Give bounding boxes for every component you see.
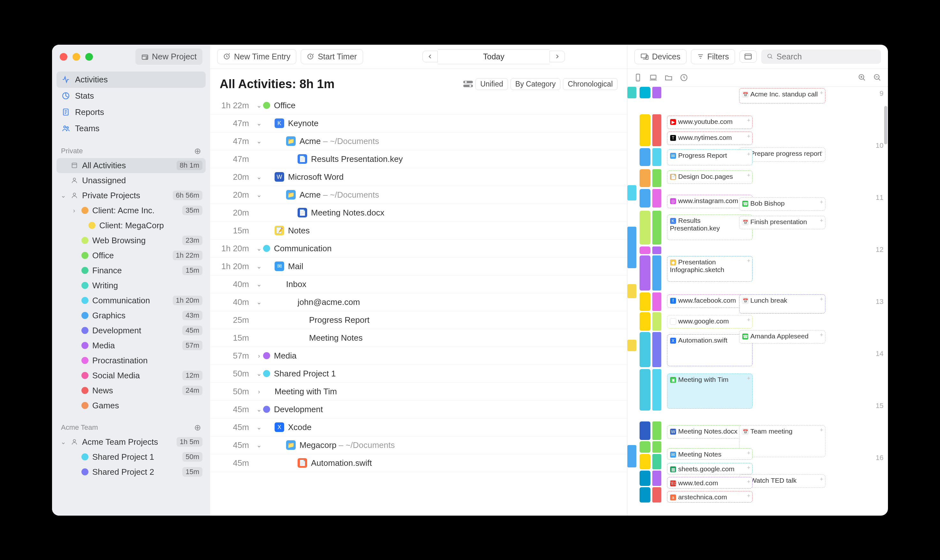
timeline-card-add-icon[interactable]: +: [747, 465, 750, 471]
activity-row[interactable]: 15m📝Notes: [210, 222, 627, 240]
timeline-card-add-icon[interactable]: +: [747, 317, 750, 323]
sidebar-item-unassigned[interactable]: Unassigned: [57, 173, 206, 188]
sidebar-item-acme-team-projects[interactable]: ⌄Acme Team Projects1h 5m: [57, 434, 206, 449]
zoom-out-icon[interactable]: [873, 74, 882, 82]
minimize-window-icon[interactable]: [72, 53, 80, 61]
sidebar-item-finance[interactable]: Finance15m: [57, 263, 206, 278]
search-input[interactable]: [777, 52, 875, 61]
sidebar-item-web-browsing[interactable]: Web Browsing23m: [57, 233, 206, 248]
timeline-card[interactable]: ☎Amanda Appleseed+: [739, 330, 825, 343]
activity-row[interactable]: 25mProgress Report: [210, 311, 627, 329]
expand-icon[interactable]: ›: [255, 388, 263, 395]
activity-row[interactable]: 45m⌄📁Megacorp – ~/Documents: [210, 437, 627, 454]
layout-button[interactable]: [740, 51, 757, 63]
timeline-card-add-icon[interactable]: +: [820, 90, 823, 97]
activity-row[interactable]: 1h 20m⌄Communication: [210, 240, 627, 258]
devices-button[interactable]: Devices: [634, 49, 686, 64]
expand-icon[interactable]: ⌄: [255, 102, 263, 109]
device-laptop-icon[interactable]: [649, 74, 657, 82]
activity-row[interactable]: 57m›Media: [210, 347, 627, 365]
timeline-card[interactable]: 📄Design Doc.pages+: [667, 171, 752, 184]
sidebar-item-development[interactable]: Development45m: [57, 323, 206, 338]
prev-day-button[interactable]: [422, 51, 438, 62]
timeline-card[interactable]: ▶www.youtube.com+: [667, 115, 752, 129]
sidebar-item-games[interactable]: Games: [57, 398, 206, 413]
seg-unified[interactable]: Unified: [475, 78, 508, 90]
timeline-card[interactable]: TEDwww.ted.com+: [667, 477, 752, 488]
date-label[interactable]: Today: [438, 49, 549, 64]
timeline-card[interactable]: Gwww.google.com+: [667, 315, 752, 329]
timeline-card-add-icon[interactable]: +: [820, 199, 823, 206]
activity-row[interactable]: 47m⌄KKeynote: [210, 115, 627, 132]
nav-activities[interactable]: Activities: [57, 72, 206, 88]
timeline-card-add-icon[interactable]: +: [747, 117, 750, 124]
expand-icon[interactable]: ⌄: [255, 441, 263, 449]
timeline-card-add-icon[interactable]: +: [820, 149, 823, 156]
expand-icon[interactable]: ⌄: [255, 262, 263, 270]
start-timer-button[interactable]: Start Timer: [301, 49, 363, 64]
timeline-card[interactable]: ◆Presentation Infographic.sketch+: [667, 256, 752, 282]
sidebar-item-client-mega[interactable]: Client: MegaCorp: [57, 218, 206, 233]
timeline-card-add-icon[interactable]: +: [747, 258, 750, 265]
activity-row[interactable]: 45m⌄Development: [210, 401, 627, 418]
nav-teams[interactable]: Teams: [57, 120, 206, 137]
timeline-card[interactable]: aarstechnica.com+: [667, 491, 752, 503]
new-time-entry-button[interactable]: New Time Entry: [217, 49, 296, 64]
timeline-card-add-icon[interactable]: +: [747, 375, 750, 382]
timeline-card-add-icon[interactable]: +: [820, 217, 823, 224]
timeline-card[interactable]: ✉Progress Report+: [667, 149, 752, 165]
timeline-card-add-icon[interactable]: +: [747, 478, 750, 485]
sidebar-item-office[interactable]: Office1h 22m: [57, 248, 206, 263]
activity-row[interactable]: 40m⌄Inbox: [210, 275, 627, 294]
activity-row[interactable]: 50m›Meeting with Tim: [210, 383, 627, 401]
activity-row[interactable]: 47m📄Results Presentation.key: [210, 150, 627, 168]
add-private-project-button[interactable]: ⊕: [194, 146, 201, 156]
nav-reports[interactable]: Reports: [57, 104, 206, 120]
seg-by-category[interactable]: By Category: [511, 78, 561, 90]
timeline-scrollbar[interactable]: [884, 106, 887, 144]
device-phone-icon[interactable]: [634, 74, 642, 82]
timeline-card[interactable]: 📅Finish presentation+: [739, 216, 825, 229]
expand-icon[interactable]: ⌄: [255, 423, 263, 431]
sidebar-item-shared-2[interactable]: Shared Project 215m: [57, 465, 206, 480]
activity-row[interactable]: 1h 20m⌄✉Mail: [210, 258, 627, 275]
expand-icon[interactable]: ⌄: [255, 119, 263, 127]
sidebar-item-communication[interactable]: Communication1h 20m: [57, 293, 206, 308]
sidebar-item-writing[interactable]: Writing: [57, 278, 206, 293]
activity-row[interactable]: 20m⌄WMicrosoft Word: [210, 168, 627, 186]
activity-row[interactable]: 45m📄Automation.swift: [210, 454, 627, 472]
zoom-window-icon[interactable]: [85, 53, 93, 61]
expand-icon[interactable]: ⌄: [255, 370, 263, 377]
timeline-card[interactable]: ✉Meeting Notes+: [667, 448, 752, 460]
timeline-card[interactable]: ▣Meeting with Tim+: [667, 374, 752, 409]
expand-icon[interactable]: ⌄: [255, 245, 263, 252]
clock-icon[interactable]: [680, 74, 688, 82]
timeline-card-add-icon[interactable]: +: [820, 427, 823, 434]
expand-icon[interactable]: ⌄: [255, 191, 263, 198]
timeline-card-add-icon[interactable]: +: [747, 151, 750, 158]
timeline-card-add-icon[interactable]: +: [747, 450, 750, 457]
expand-icon[interactable]: ⌄: [255, 406, 263, 413]
seg-chronological[interactable]: Chronological: [563, 78, 617, 90]
expand-icon[interactable]: ⌄: [255, 137, 263, 145]
timeline-card[interactable]: 📅Lunch break+: [739, 294, 825, 314]
timeline-card-add-icon[interactable]: +: [820, 476, 823, 483]
expand-icon[interactable]: ›: [255, 352, 263, 360]
filters-button[interactable]: Filters: [691, 49, 735, 64]
zoom-in-icon[interactable]: [858, 74, 866, 82]
expand-icon[interactable]: ⌄: [255, 298, 263, 306]
timeline-card-add-icon[interactable]: +: [820, 332, 823, 338]
timeline-card[interactable]: Twww.nytimes.com+: [667, 132, 752, 145]
activity-row[interactable]: 40m⌄john@acme.com: [210, 294, 627, 311]
activity-row[interactable]: 20m⌄📁Acme – ~/Documents: [210, 186, 627, 204]
sidebar-item-social-media[interactable]: Social Media12m: [57, 368, 206, 383]
activity-row[interactable]: 20m📄Meeting Notes.docx: [210, 204, 627, 222]
sidebar-item-private-projects[interactable]: ⌄Private Projects6h 56m: [57, 188, 206, 203]
sidebar-item-shared-1[interactable]: Shared Project 150m: [57, 449, 206, 465]
timeline-card-add-icon[interactable]: +: [747, 172, 750, 179]
new-project-button[interactable]: New Project: [135, 49, 202, 65]
timeline-card-add-icon[interactable]: +: [820, 296, 823, 303]
sidebar-item-all-activities[interactable]: All Activities8h 1m: [57, 158, 206, 173]
next-day-button[interactable]: [549, 51, 565, 62]
close-window-icon[interactable]: [60, 53, 68, 61]
